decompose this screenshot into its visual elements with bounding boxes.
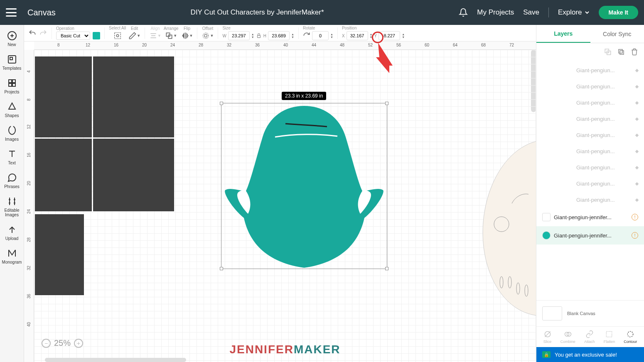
templates-button[interactable]: Templates — [0, 52, 24, 73]
svg-rect-13 — [114, 33, 120, 39]
select-all-button[interactable] — [113, 31, 122, 40]
align-button[interactable] — [149, 32, 157, 40]
layer-visibility-dot[interactable] — [635, 133, 639, 137]
canvas-workspace: 812162024283236404448525660646872 481216… — [24, 42, 536, 362]
width-input[interactable] — [228, 31, 250, 40]
tool-attach: Attach — [584, 330, 595, 344]
layer-visibility-dot[interactable] — [635, 85, 639, 88]
mat-shape[interactable] — [93, 56, 174, 137]
layer-row[interactable]: Giant-pengiun... — [536, 78, 644, 95]
flip-label: Flip — [184, 26, 190, 31]
group-icon[interactable] — [604, 48, 612, 56]
make-it-button[interactable]: Make It — [599, 6, 638, 19]
layer-visibility-dot[interactable] — [635, 149, 639, 153]
operation-select[interactable]: Basic Cut — [56, 32, 90, 40]
sale-banner[interactable]: 🔒 You get an exclusive sale! — [536, 347, 644, 362]
resize-handle-tr[interactable] — [385, 102, 388, 105]
layer-visibility-dot[interactable] — [635, 182, 639, 185]
layer-row[interactable]: Giant-pengiun... — [536, 159, 644, 176]
mat-shape[interactable] — [93, 139, 174, 211]
layer-name: Giant-pengiun... — [576, 100, 632, 106]
offset-button[interactable] — [202, 32, 210, 40]
projects-button[interactable]: Projects — [0, 76, 24, 97]
resize-handle-bl[interactable] — [220, 267, 223, 270]
size-label: Size — [222, 26, 294, 30]
edit-button[interactable] — [128, 32, 137, 40]
resize-handle-br[interactable] — [385, 267, 388, 270]
shapes-button[interactable]: Shapes — [0, 99, 24, 120]
blank-canvas-row[interactable]: Blank Canvas — [536, 300, 644, 326]
layer-row[interactable]: Giant-pengiun-jennifer...! — [536, 226, 644, 245]
menu-button[interactable] — [6, 8, 17, 17]
zoom-in-button[interactable]: + — [74, 339, 83, 348]
duplicate-icon[interactable] — [617, 48, 625, 56]
layer-row[interactable]: Giant-pengiun... — [536, 127, 644, 143]
penguin-face-shape[interactable] — [479, 141, 536, 320]
flip-button[interactable] — [181, 32, 189, 40]
layer-row[interactable]: Giant-pengiun... — [536, 192, 644, 208]
width-stepper[interactable]: ▲▼ — [251, 33, 254, 39]
layer-name: Giant-pengiun... — [576, 83, 632, 90]
layer-visibility-dot[interactable] — [635, 101, 639, 104]
layer-visibility-dot[interactable] — [635, 198, 639, 201]
svg-rect-4 — [10, 57, 12, 60]
layer-visibility-dot[interactable] — [635, 68, 639, 72]
horizontal-scrollbar[interactable] — [45, 358, 186, 362]
save-button[interactable]: Save — [523, 8, 539, 17]
tool-contour[interactable]: Contour — [624, 330, 637, 344]
editable-images-button[interactable]: Editable Images — [0, 194, 24, 220]
images-icon — [7, 125, 17, 135]
mat-shape[interactable] — [35, 214, 84, 295]
canvas-area[interactable]: 23.3 in x 23.69 in − 25% + — [34, 50, 536, 362]
lock-icon[interactable] — [256, 33, 262, 39]
layer-visibility-dot[interactable] — [635, 117, 639, 120]
x-input[interactable] — [347, 31, 368, 40]
separator — [548, 7, 549, 17]
upload-button[interactable]: Upload — [0, 222, 24, 243]
new-button[interactable]: New — [0, 28, 24, 49]
layer-name: Giant-pengiun... — [576, 67, 632, 73]
layer-name: Giant-pengiun... — [576, 132, 632, 138]
monogram-button[interactable]: Monogram — [0, 246, 24, 267]
layer-warn-icon: ! — [632, 214, 638, 220]
layer-row[interactable]: Giant-pengiun... — [536, 62, 644, 78]
svg-rect-8 — [12, 83, 15, 86]
bottom-tools: SliceCombineAttachFlattenContour — [536, 326, 644, 347]
layer-row[interactable]: Giant-pengiun... — [536, 143, 644, 159]
editable-images-icon — [7, 196, 17, 206]
project-title[interactable]: DIY Cut Out Characters by JenniferMaker* — [56, 8, 459, 17]
y-stepper[interactable]: ▲▼ — [402, 33, 405, 39]
images-button[interactable]: Images — [0, 123, 24, 144]
bell-icon[interactable] — [459, 8, 468, 17]
layer-name: Giant-pengiun... — [576, 181, 632, 187]
arrange-button[interactable] — [165, 32, 173, 40]
tab-layers[interactable]: Layers — [536, 25, 590, 43]
layer-row[interactable]: Giant-pengiun-jennifer...! — [536, 208, 644, 226]
select-all-label: Select All — [109, 26, 126, 30]
rotate-icon[interactable] — [303, 32, 310, 39]
height-stepper[interactable]: ▲▼ — [291, 33, 294, 39]
phrases-button[interactable]: Phrases — [0, 170, 24, 191]
layer-row[interactable]: Giant-pengiun... — [536, 95, 644, 111]
explore-button[interactable]: Explore — [558, 8, 590, 17]
mat-shape[interactable] — [35, 139, 92, 211]
layer-warn-icon: ! — [632, 232, 638, 239]
rotate-input[interactable] — [312, 31, 329, 40]
layer-visibility-dot[interactable] — [635, 166, 639, 169]
redo-button[interactable] — [39, 29, 47, 37]
layer-row[interactable]: Giant-pengiun... — [536, 111, 644, 127]
zoom-out-button[interactable]: − — [42, 339, 51, 348]
layer-thumb — [542, 213, 551, 221]
mat-shape[interactable] — [35, 56, 92, 137]
my-projects-link[interactable]: My Projects — [477, 8, 514, 17]
rotate-stepper[interactable]: ▲▼ — [330, 33, 333, 39]
penguin-body-shape[interactable] — [223, 104, 385, 270]
text-button[interactable]: Text — [0, 147, 24, 168]
undo-button[interactable] — [28, 29, 37, 37]
color-swatch[interactable] — [93, 32, 100, 39]
height-input[interactable] — [268, 31, 290, 40]
tab-color-sync[interactable]: Color Sync — [590, 25, 644, 43]
resize-handle-tl[interactable] — [220, 102, 223, 105]
delete-icon[interactable] — [631, 48, 638, 56]
layer-row[interactable]: Giant-pengiun... — [536, 176, 644, 192]
